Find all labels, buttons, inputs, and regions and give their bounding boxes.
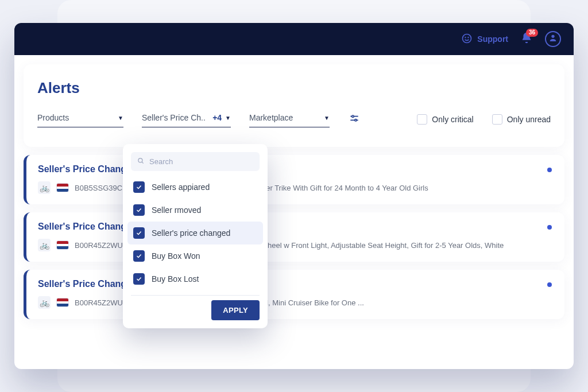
search-icon [137, 157, 145, 166]
svg-point-1 [465, 37, 466, 37]
flag-netherlands-icon [56, 298, 69, 307]
alert-title: Seller's Price Change [38, 279, 553, 289]
only-critical-checkbox[interactable]: Only critical [417, 114, 473, 125]
notification-badge: 36 [526, 29, 538, 37]
unread-dot-icon [547, 282, 552, 287]
checkbox-checked-icon [133, 250, 145, 262]
chevron-down-icon: ▼ [324, 115, 330, 121]
dropdown-option[interactable]: Seller's price changed [127, 222, 263, 244]
dropdown-option-label: Buy Box Lost [152, 274, 199, 284]
svg-line-9 [142, 162, 144, 164]
only-critical-label: Only critical [432, 115, 473, 124]
alert-card[interactable]: Seller's Price Change 🚲 B00R45Z2WU Wheel… [24, 212, 564, 262]
checkbox-icon [417, 114, 427, 125]
dropdown-option[interactable]: Buy Box Lost [127, 267, 263, 290]
notifications-button[interactable]: 36 [519, 31, 535, 47]
page-title: Alerts [37, 79, 551, 97]
product-thumbnail: 🚲 [38, 181, 51, 194]
alert-meta: 🚲 B00R45Z2WU KRIDDO Baby Balance Bike 1-… [38, 296, 553, 309]
alert-type-select[interactable]: Seller's Price Ch.. +4 ▼ [142, 111, 231, 127]
dropdown-option[interactable]: Sellers appiared [127, 176, 263, 199]
checkbox-checked-icon [133, 227, 145, 239]
dropdown-option[interactable]: Seller rmoved [127, 199, 263, 222]
svg-point-7 [355, 119, 357, 121]
alert-title: Seller's Price Change [38, 222, 553, 232]
alert-meta: 🚲 B0B5SSG39C dler Trike With Gift for 24… [38, 181, 553, 194]
marketplace-select[interactable]: Marketplace ▼ [249, 111, 330, 127]
svg-point-8 [138, 158, 142, 162]
only-unread-label: Only unread [507, 115, 551, 124]
dropdown-option-label: Seller's price changed [152, 228, 230, 238]
support-label: Support [477, 34, 508, 44]
sliders-icon [349, 112, 360, 126]
alert-desc: dler Trike With Gift for 24 Month to 4 Y… [260, 184, 428, 192]
alert-title: Seller's Price Change [38, 164, 553, 174]
alert-desc: Wheel w Front Light, Adjustable Seat Hei… [261, 241, 504, 250]
advanced-filters-button[interactable] [348, 113, 361, 126]
svg-point-2 [468, 37, 469, 37]
checkbox-checked-icon [133, 204, 145, 216]
checkbox-checked-icon [133, 181, 145, 193]
app-window: Support 36 Alerts Products ▼ Seller's Pr… [14, 23, 574, 369]
topbar: Support 36 [14, 23, 574, 55]
alert-card[interactable]: Seller's Price Change 🚲 B0B5SSG39C dler … [24, 155, 564, 204]
checkbox-icon [492, 114, 502, 125]
checkbox-checked-icon [133, 273, 145, 285]
dropdown-option[interactable]: Buy Box Won [127, 244, 263, 267]
product-thumbnail: 🚲 [38, 296, 51, 309]
svg-point-3 [551, 35, 554, 38]
chat-icon [461, 33, 473, 46]
dropdown-search-input[interactable]: Search [131, 152, 260, 171]
filters-row: Products ▼ Seller's Price Ch.. +4 ▼ Mark… [37, 111, 551, 127]
only-unread-checkbox[interactable]: Only unread [492, 114, 551, 125]
user-avatar[interactable] [545, 31, 561, 47]
dropdown-option-label: Sellers appiared [152, 183, 210, 192]
unread-dot-icon [547, 168, 552, 172]
marketplace-select-label: Marketplace [249, 113, 293, 122]
products-select[interactable]: Products ▼ [37, 111, 123, 127]
alert-sku: B0B5SSG39C [75, 184, 122, 192]
divider [131, 295, 260, 296]
products-select-label: Products [37, 113, 69, 122]
alert-meta: 🚲 B00R45Z2WU Wheel w Front Light, Adjust… [38, 239, 553, 251]
alert-type-dropdown: Search Sellers appiared Seller rmoved Se… [123, 144, 268, 328]
dropdown-search-placeholder: Search [149, 157, 173, 166]
support-button[interactable]: Support [461, 33, 508, 46]
product-thumbnail: 🚲 [38, 239, 51, 251]
apply-button[interactable]: APPLY [211, 300, 260, 320]
dropdown-option-label: Buy Box Won [152, 251, 200, 261]
flag-netherlands-icon [56, 240, 69, 250]
alert-type-count: +4 [212, 113, 222, 122]
svg-point-6 [352, 115, 354, 117]
flag-netherlands-icon [56, 183, 69, 192]
user-icon [548, 33, 558, 45]
chevron-down-icon: ▼ [118, 115, 123, 121]
alert-sku: B00R45Z2WU [75, 298, 123, 307]
alert-sku: B00R45Z2WU [75, 241, 123, 250]
unread-dot-icon [547, 225, 552, 230]
chevron-down-icon: ▼ [225, 115, 231, 121]
svg-point-0 [463, 34, 471, 42]
alert-card[interactable]: Seller's Price Change 🚲 B00R45Z2WU KRIDD… [24, 270, 564, 319]
alert-type-select-label: Seller's Price Ch.. [142, 113, 206, 122]
filters-panel: Alerts Products ▼ Seller's Price Ch.. +4… [24, 64, 564, 147]
dropdown-option-label: Seller rmoved [152, 205, 201, 215]
